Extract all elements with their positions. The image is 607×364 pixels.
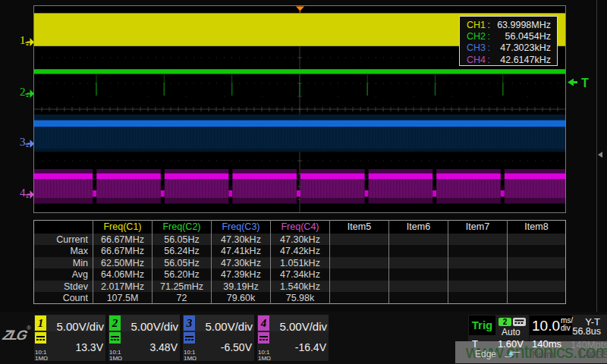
svg-text:3: 3: [20, 136, 26, 148]
svg-text:1: 1: [20, 34, 26, 46]
svg-text:T: T: [581, 77, 589, 89]
svg-text:4: 4: [20, 187, 26, 199]
svg-text:2: 2: [20, 86, 26, 98]
